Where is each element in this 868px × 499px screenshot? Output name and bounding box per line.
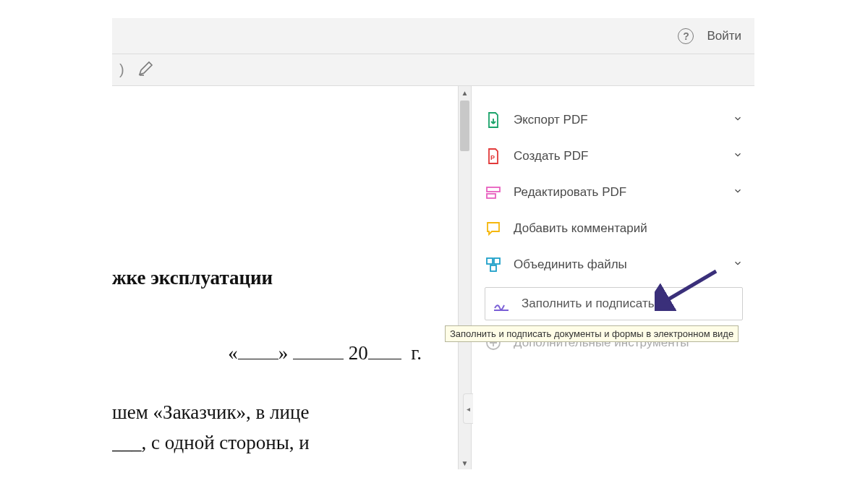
document-viewport[interactable]: жке эксплуатации «» 20 г. шем «Заказчик»… [112,86,471,469]
tool-label: Создать PDF [514,149,721,163]
tool-label: Объединить файлы [514,257,721,272]
tool-label: Заполнить и подписать [522,297,735,311]
chevron-down-icon [733,186,743,199]
help-icon[interactable]: ? [678,28,694,44]
tool-create-pdf[interactable]: P Создать PDF [485,138,743,174]
tooltip: Заполнить и подписать документы и формы … [445,325,739,342]
doc-body-line2: ___, с одной стороны, и [112,428,430,459]
scroll-down-icon[interactable]: ▼ [459,456,471,469]
doc-body-line1: шем «Заказчик», в лице [112,398,430,428]
svg-rect-4 [494,258,500,264]
content-area: жке эксплуатации «» 20 г. шем «Заказчик»… [112,86,754,469]
svg-rect-1 [487,187,500,192]
chevron-down-icon [733,150,743,163]
doc-date-line: «» 20 г. [112,338,430,369]
toolbar-text-fragment: ) [119,61,124,78]
combine-files-icon [485,256,502,273]
svg-rect-2 [487,194,495,198]
comment-icon [485,220,502,237]
document-text: жке эксплуатации «» 20 г. шем «Заказчик»… [112,263,430,469]
svg-rect-5 [490,265,496,271]
tools-list: Экспорт PDF P Создать PDF Редактировать … [472,86,754,361]
doc-heading-fragment: жке эксплуатации [112,263,430,294]
edit-pen-icon[interactable] [137,60,155,80]
doc-body-line3: дитель», в лице [112,458,430,469]
export-pdf-icon [485,111,502,129]
chevron-down-icon [733,114,743,127]
create-pdf-icon: P [485,148,502,165]
login-button[interactable]: Войти [707,29,741,43]
toolbar: ) [112,54,754,86]
collapse-panel-button[interactable]: ◂ [463,393,473,424]
chevron-down-icon [733,258,743,271]
svg-text:P: P [490,154,495,161]
tool-label: Редактировать PDF [514,185,721,200]
tool-export-pdf[interactable]: Экспорт PDF [485,102,743,138]
app-window: ? Войти ) жке эксплуатации «» 20 г. шем … [112,18,754,469]
tool-edit-pdf[interactable]: Редактировать PDF [485,174,743,210]
tool-label: Экспорт PDF [514,113,721,127]
tool-combine-files[interactable]: Объединить файлы [485,247,743,283]
title-bar: ? Войти [112,18,754,54]
scroll-up-icon[interactable]: ▲ [459,86,471,99]
scrollbar-thumb[interactable] [460,101,469,151]
tool-fill-and-sign[interactable]: Заполнить и подписать [485,287,743,320]
sign-icon [493,295,510,312]
tools-panel: ◂ Экспорт PDF P Создать PDF [471,86,754,469]
svg-rect-3 [487,258,493,264]
edit-pdf-icon [485,184,502,201]
tool-label: Добавить комментарий [514,221,743,236]
tool-add-comment[interactable]: Добавить комментарий [485,210,743,247]
